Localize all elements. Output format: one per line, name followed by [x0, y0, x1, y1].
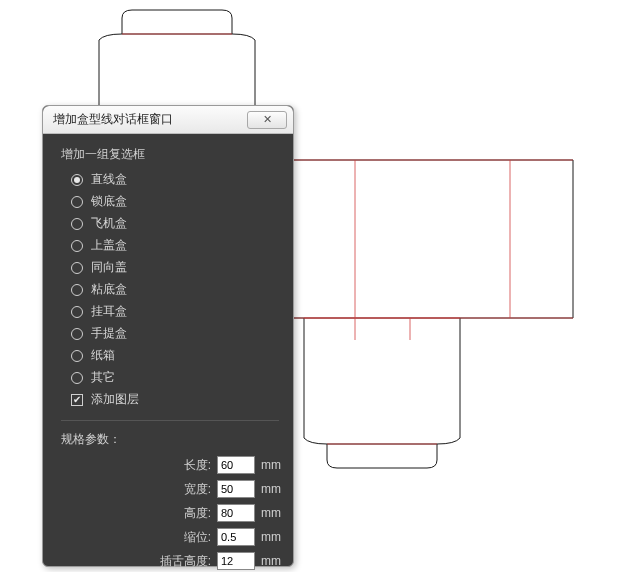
option-label: 同向盖: [91, 259, 127, 276]
param-length: 长度: mm: [61, 456, 279, 474]
length-input[interactable]: [217, 456, 255, 474]
close-icon: ✕: [263, 113, 272, 126]
radio-icon: [71, 328, 83, 340]
param-label: 长度:: [184, 457, 211, 474]
checkbox-icon: [71, 394, 83, 406]
boxtype-option-3[interactable]: 上盖盒: [71, 237, 279, 254]
close-button[interactable]: ✕: [247, 111, 287, 129]
unit-label: mm: [261, 554, 279, 568]
indent-input[interactable]: [217, 528, 255, 546]
param-tongue: 插舌高度: mm: [61, 552, 279, 570]
param-label: 插舌高度:: [160, 553, 211, 570]
option-label: 粘底盒: [91, 281, 127, 298]
option-label: 手提盒: [91, 325, 127, 342]
option-label: 直线盒: [91, 171, 127, 188]
boxtype-option-9[interactable]: 其它: [71, 369, 279, 386]
boxtype-option-4[interactable]: 同向盖: [71, 259, 279, 276]
radio-icon: [71, 306, 83, 318]
checkbox-label: 添加图层: [91, 391, 139, 408]
param-label: 宽度:: [184, 481, 211, 498]
param-width: 宽度: mm: [61, 480, 279, 498]
tongue-input[interactable]: [217, 552, 255, 570]
add-layer-checkbox[interactable]: 添加图层: [71, 391, 279, 408]
radio-icon: [71, 284, 83, 296]
option-label: 飞机盒: [91, 215, 127, 232]
radio-icon: [71, 262, 83, 274]
option-label: 其它: [91, 369, 115, 386]
param-label: 高度:: [184, 505, 211, 522]
divider: [61, 420, 279, 421]
boxtype-option-2[interactable]: 飞机盒: [71, 215, 279, 232]
boxtype-option-5[interactable]: 粘底盒: [71, 281, 279, 298]
params-label: 规格参数：: [61, 431, 279, 448]
unit-label: mm: [261, 530, 279, 544]
radio-icon: [71, 372, 83, 384]
option-label: 上盖盒: [91, 237, 127, 254]
radio-icon: [71, 174, 83, 186]
param-indent: 缩位: mm: [61, 528, 279, 546]
boxtype-option-8[interactable]: 纸箱: [71, 347, 279, 364]
dialog-titlebar[interactable]: 增加盒型线对话框窗口 ✕: [43, 106, 293, 134]
unit-label: mm: [261, 458, 279, 472]
dialog-title: 增加盒型线对话框窗口: [53, 111, 247, 128]
boxtype-option-1[interactable]: 锁底盒: [71, 193, 279, 210]
param-height: 高度: mm: [61, 504, 279, 522]
radio-icon: [71, 240, 83, 252]
option-label: 锁底盒: [91, 193, 127, 210]
boxtype-option-0[interactable]: 直线盒: [71, 171, 279, 188]
unit-label: mm: [261, 506, 279, 520]
unit-label: mm: [261, 482, 279, 496]
radio-icon: [71, 350, 83, 362]
radio-icon: [71, 218, 83, 230]
radio-icon: [71, 196, 83, 208]
width-input[interactable]: [217, 480, 255, 498]
param-label: 缩位:: [184, 529, 211, 546]
add-box-dieline-dialog: 增加盒型线对话框窗口 ✕ 增加一组复选框 直线盒 锁底盒 飞机盒 上盖盒 同向盖…: [42, 105, 294, 567]
option-label: 挂耳盒: [91, 303, 127, 320]
boxtype-option-6[interactable]: 挂耳盒: [71, 303, 279, 320]
boxtype-group-label: 增加一组复选框: [61, 146, 279, 163]
option-label: 纸箱: [91, 347, 115, 364]
height-input[interactable]: [217, 504, 255, 522]
boxtype-option-7[interactable]: 手提盒: [71, 325, 279, 342]
